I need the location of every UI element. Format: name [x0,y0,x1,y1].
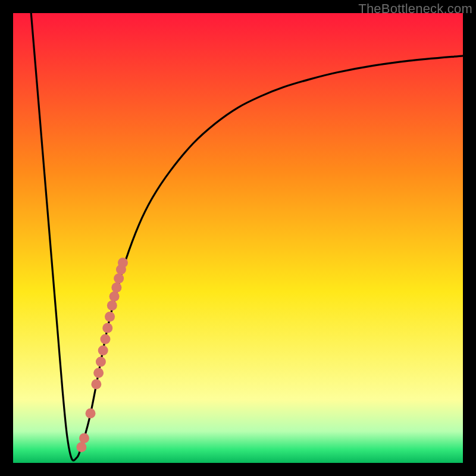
chart-svg [13,13,463,463]
data-dot [93,368,104,378]
data-dot [107,300,117,311]
plot-area [13,13,463,463]
chart-frame: TheBottleneck.com [0,0,476,476]
watermark-text: TheBottleneck.com [358,1,472,17]
data-dot [96,356,106,367]
data-dot [98,346,108,356]
data-dot [76,442,86,452]
data-dot [91,379,101,389]
data-dot [79,433,89,443]
data-dot [109,292,120,302]
data-dot [86,408,96,418]
data-dot [114,274,124,284]
data-dot [111,283,121,293]
gradient-background [13,13,463,463]
data-dot [102,323,112,333]
data-dot [118,258,128,268]
data-dot [100,334,110,345]
data-dot [105,312,115,322]
